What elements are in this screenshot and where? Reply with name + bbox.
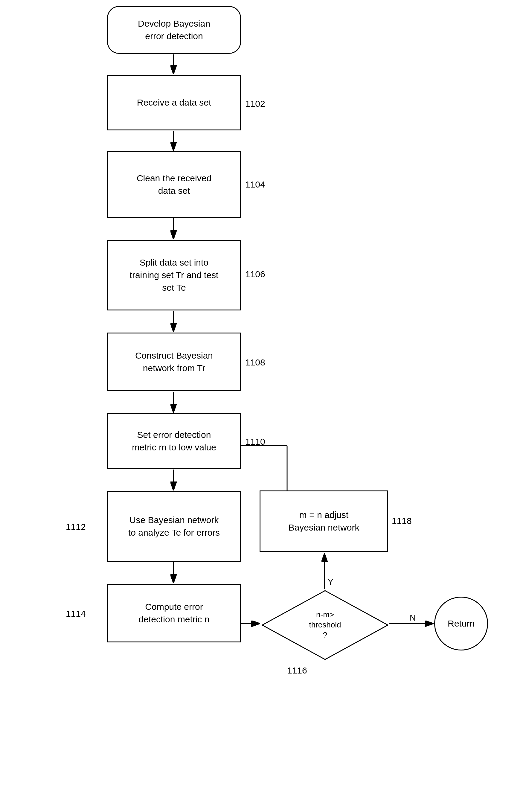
label-1112: 1112: [66, 522, 86, 532]
label-1104: 1104: [245, 179, 265, 190]
label-1114: 1114: [66, 609, 86, 619]
node-1102: Receive a data set: [107, 75, 241, 130]
node-1110-text: Set error detection metric m to low valu…: [132, 428, 216, 454]
node-1118: m = n adjust Bayesian network: [260, 491, 388, 552]
node-1116: n-m> threshold ?: [261, 589, 390, 661]
node-1118-text: m = n adjust Bayesian network: [289, 509, 359, 534]
start-text: Develop Bayesian error detection: [138, 17, 210, 42]
label-1108: 1108: [245, 357, 265, 367]
node-1108-text: Construct Bayesian network from Tr: [135, 349, 213, 375]
arrows-layer: [0, 0, 532, 803]
node-1102-text: Receive a data set: [137, 96, 211, 109]
node-1104: Clean the received data set: [107, 151, 241, 218]
label-1110: 1110: [245, 437, 265, 447]
node-1104-text: Clean the received data set: [137, 172, 211, 197]
label-1116: 1116: [287, 665, 307, 675]
label-N: N: [410, 613, 416, 623]
return-text: Return: [448, 617, 475, 630]
node-1110: Set error detection metric m to low valu…: [107, 413, 241, 469]
label-1102: 1102: [245, 99, 265, 109]
flowchart: Develop Bayesian error detection Receive…: [0, 0, 532, 803]
node-1114: Compute error detection metric n: [107, 584, 241, 643]
node-1106-text: Split data set into training set Tr and …: [130, 256, 218, 294]
label-1118: 1118: [392, 516, 412, 526]
return-node: Return: [434, 597, 488, 650]
label-1106: 1106: [245, 269, 265, 279]
node-1108: Construct Bayesian network from Tr: [107, 332, 241, 391]
node-1116-text: n-m> threshold ?: [309, 610, 341, 640]
start-node: Develop Bayesian error detection: [107, 6, 241, 54]
node-1112-text: Use Bayesian network to analyze Te for e…: [128, 514, 220, 539]
label-Y: Y: [328, 577, 334, 587]
node-1106: Split data set into training set Tr and …: [107, 240, 241, 310]
node-1114-text: Compute error detection metric n: [139, 600, 210, 626]
node-1112: Use Bayesian network to analyze Te for e…: [107, 491, 241, 562]
